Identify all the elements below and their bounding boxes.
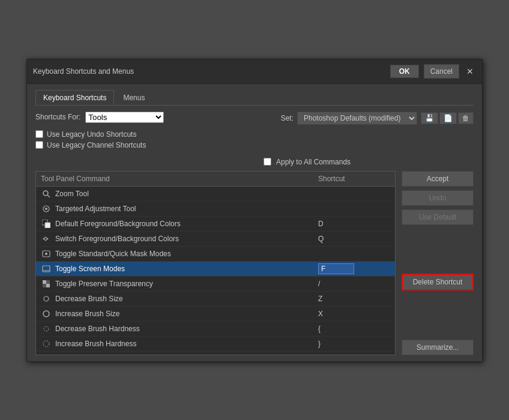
row-shortcut: }	[318, 340, 390, 348]
shortcuts-table: Tool Panel Command Shortcut Zoom Tool	[35, 171, 396, 355]
brush-hardness-icon	[41, 323, 52, 334]
legacy-channel-row: Use Legacy Channel Shortcuts	[35, 141, 164, 149]
row-shortcut: X	[318, 310, 390, 318]
svg-point-7	[45, 253, 47, 255]
cancel-button[interactable]: Cancel	[424, 64, 459, 79]
svg-rect-12	[46, 280, 50, 284]
row-shortcut: Q	[318, 235, 390, 243]
header-shortcut: Shortcut	[318, 175, 390, 183]
screen-icon	[41, 263, 52, 274]
top-controls: Shortcuts For: Tools Application Menus P…	[35, 112, 474, 154]
table-row[interactable]: Switch Foreground/Background Colors Q	[36, 232, 395, 247]
save-set-icon[interactable]: 💾	[421, 112, 438, 124]
brush-icon	[41, 308, 52, 319]
brush-hardness2-icon	[41, 338, 52, 349]
switch-icon	[41, 233, 52, 244]
title-bar: Keyboard Shortcuts and Menus OK Cancel ✕	[27, 59, 482, 84]
apply-all-checkbox[interactable]	[264, 158, 271, 166]
brush-icon	[41, 293, 52, 304]
right-panel: Accept Undo Use Default Delete Shortcut …	[402, 171, 474, 355]
svg-point-15	[43, 311, 49, 317]
table-header: Tool Panel Command Shortcut	[36, 172, 395, 187]
svg-point-17	[43, 341, 49, 347]
svg-point-16	[44, 326, 49, 331]
table-row-active[interactable]: Toggle Screen Modes	[36, 262, 395, 277]
table-row[interactable]: Targeted Adjustment Tool	[36, 202, 395, 217]
row-shortcut: {	[318, 325, 390, 333]
set-dropdown[interactable]: Photoshop Defaults (modified)	[297, 112, 417, 125]
row-name: Toggle Screen Modes	[55, 265, 318, 273]
use-default-button[interactable]: Use Default	[402, 209, 474, 225]
right-controls: Set: Photoshop Defaults (modified) 💾 📄 🗑	[281, 112, 474, 125]
legacy-channel-checkbox[interactable]	[35, 141, 43, 149]
summarize-button[interactable]: Summarize...	[402, 340, 474, 355]
targeted-icon	[41, 203, 52, 214]
svg-rect-10	[43, 280, 46, 284]
shortcuts-for-select[interactable]: Tools Application Menus Panel Menus	[85, 112, 164, 123]
header-command: Tool Panel Command	[41, 175, 318, 183]
row-name: Default Foreground/Background Colors	[55, 220, 318, 228]
close-button[interactable]: ✕	[464, 66, 476, 77]
svg-point-14	[44, 296, 49, 301]
apply-all-label: Apply to All Commands	[276, 158, 351, 166]
row-name: Zoom Tool	[55, 190, 318, 198]
svg-point-3	[45, 208, 47, 210]
table-row[interactable]: Zoom Tool	[36, 187, 395, 202]
new-set-icon[interactable]: 📄	[439, 112, 457, 124]
row-shortcut: /	[318, 280, 390, 288]
dialog-body: Keyboard Shortcuts Menus Shortcuts For: …	[27, 84, 482, 361]
row-name: Targeted Adjustment Tool	[55, 205, 318, 213]
table-row[interactable]: Increase Brush Size X	[36, 307, 395, 322]
left-controls: Shortcuts For: Tools Application Menus P…	[35, 112, 164, 154]
svg-rect-5	[45, 223, 50, 228]
row-name: Increase Brush Size	[55, 310, 318, 318]
checkboxes-group: Use Legacy Undo Shortcuts Use Legacy Cha…	[35, 130, 164, 149]
svg-rect-13	[43, 284, 46, 287]
legacy-undo-row: Use Legacy Undo Shortcuts	[35, 130, 164, 139]
legacy-undo-checkbox[interactable]	[35, 130, 43, 138]
row-name: Toggle Standard/Quick Mask Modes	[55, 250, 318, 258]
apply-row: Apply to All Commands	[264, 158, 474, 166]
table-row[interactable]: Toggle Standard/Quick Mask Modes	[36, 247, 395, 262]
ok-button[interactable]: OK	[390, 65, 419, 78]
shortcuts-for-row: Shortcuts For: Tools Application Menus P…	[35, 112, 164, 123]
mask-icon	[41, 248, 52, 259]
zoom-icon	[41, 188, 52, 199]
row-shortcut: D	[318, 220, 390, 228]
delete-shortcut-button[interactable]: Delete Shortcut	[402, 274, 474, 290]
toolbar-icons: 💾 📄 🗑	[421, 112, 474, 124]
set-label: Set:	[281, 114, 294, 122]
table-row[interactable]: Default Foreground/Background Colors D	[36, 217, 395, 232]
table-row[interactable]: Toggle Preserve Transparency /	[36, 277, 395, 292]
svg-rect-11	[46, 284, 50, 287]
table-row[interactable]: Decrease Brush Hardness {	[36, 322, 395, 337]
table-body: Zoom Tool Targeted Adjustment Tool	[36, 187, 395, 355]
svg-point-0	[43, 191, 48, 196]
shortcuts-for-label: Shortcuts For:	[35, 113, 80, 121]
row-shortcut-editing[interactable]	[318, 263, 390, 274]
tab-menus[interactable]: Menus	[115, 90, 152, 105]
keyboard-shortcuts-dialog: Keyboard Shortcuts and Menus OK Cancel ✕…	[26, 59, 483, 362]
transparency-icon	[41, 278, 52, 289]
delete-set-icon[interactable]: 🗑	[458, 112, 474, 124]
fg-bg-icon	[41, 218, 52, 229]
shortcut-input[interactable]	[318, 263, 354, 274]
row-shortcut: Z	[318, 295, 390, 303]
legacy-channel-label: Use Legacy Channel Shortcuts	[47, 141, 146, 149]
tab-keyboard-shortcuts[interactable]: Keyboard Shortcuts	[35, 90, 114, 105]
row-name: Decrease Brush Hardness	[55, 325, 318, 333]
dialog-title: Keyboard Shortcuts and Menus	[33, 67, 134, 76]
table-row[interactable]: Increase Brush Hardness }	[36, 337, 395, 352]
row-name: Toggle Preserve Transparency	[55, 280, 318, 288]
tabs-bar: Keyboard Shortcuts Menus	[35, 90, 474, 106]
accept-button[interactable]: Accept	[402, 171, 474, 187]
legacy-undo-label: Use Legacy Undo Shortcuts	[47, 130, 136, 139]
table-row[interactable]: Decrease Brush Size Z	[36, 292, 395, 307]
row-name: Increase Brush Hardness	[55, 340, 318, 348]
row-name: Switch Foreground/Background Colors	[55, 235, 318, 243]
svg-line-1	[47, 195, 50, 197]
undo-button[interactable]: Undo	[402, 190, 474, 206]
row-name: Decrease Brush Size	[55, 295, 318, 303]
main-area: Tool Panel Command Shortcut Zoom Tool	[35, 171, 474, 355]
